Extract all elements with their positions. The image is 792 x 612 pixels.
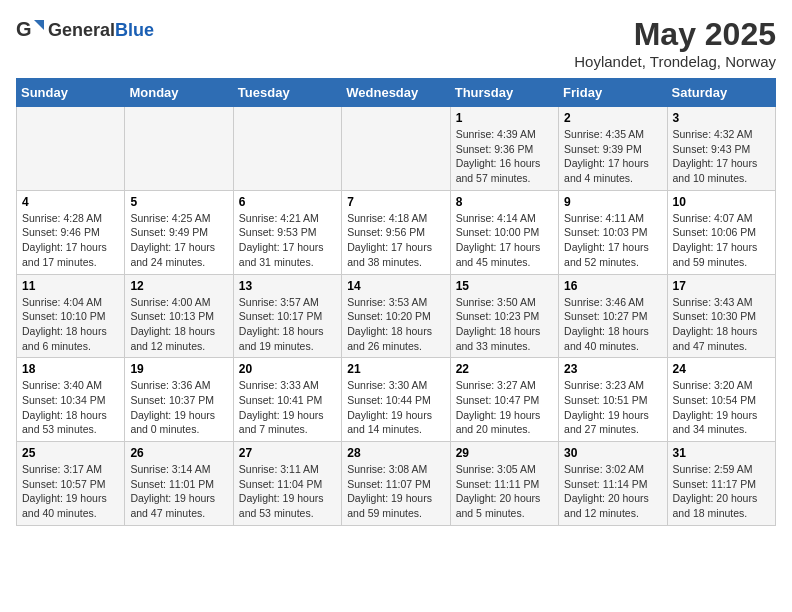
day-number: 20 xyxy=(239,362,336,376)
logo-general: General xyxy=(48,20,115,40)
day-number: 22 xyxy=(456,362,553,376)
weekday-header-row: SundayMondayTuesdayWednesdayThursdayFrid… xyxy=(17,79,776,107)
weekday-header-thursday: Thursday xyxy=(450,79,558,107)
calendar-cell: 27Sunrise: 3:11 AMSunset: 11:04 PMDaylig… xyxy=(233,442,341,526)
calendar-cell: 8Sunrise: 4:14 AMSunset: 10:00 PMDayligh… xyxy=(450,190,558,274)
logo-blue: Blue xyxy=(115,20,154,40)
day-number: 10 xyxy=(673,195,770,209)
day-number: 9 xyxy=(564,195,661,209)
day-number: 3 xyxy=(673,111,770,125)
calendar-cell: 30Sunrise: 3:02 AMSunset: 11:14 PMDaylig… xyxy=(559,442,667,526)
calendar-week-2: 4Sunrise: 4:28 AMSunset: 9:46 PMDaylight… xyxy=(17,190,776,274)
day-info: Sunrise: 3:50 AMSunset: 10:23 PMDaylight… xyxy=(456,295,553,354)
weekday-header-sunday: Sunday xyxy=(17,79,125,107)
day-info: Sunrise: 4:25 AMSunset: 9:49 PMDaylight:… xyxy=(130,211,227,270)
day-number: 19 xyxy=(130,362,227,376)
day-info: Sunrise: 3:20 AMSunset: 10:54 PMDaylight… xyxy=(673,378,770,437)
day-number: 8 xyxy=(456,195,553,209)
calendar-cell: 11Sunrise: 4:04 AMSunset: 10:10 PMDaylig… xyxy=(17,274,125,358)
day-info: Sunrise: 4:07 AMSunset: 10:06 PMDaylight… xyxy=(673,211,770,270)
subtitle: Hoylandet, Trondelag, Norway xyxy=(574,53,776,70)
calendar-cell: 29Sunrise: 3:05 AMSunset: 11:11 PMDaylig… xyxy=(450,442,558,526)
calendar-cell: 19Sunrise: 3:36 AMSunset: 10:37 PMDaylig… xyxy=(125,358,233,442)
calendar-cell: 4Sunrise: 4:28 AMSunset: 9:46 PMDaylight… xyxy=(17,190,125,274)
calendar-week-3: 11Sunrise: 4:04 AMSunset: 10:10 PMDaylig… xyxy=(17,274,776,358)
day-number: 23 xyxy=(564,362,661,376)
day-info: Sunrise: 4:39 AMSunset: 9:36 PMDaylight:… xyxy=(456,127,553,186)
calendar-cell xyxy=(17,107,125,191)
day-number: 1 xyxy=(456,111,553,125)
calendar-cell: 2Sunrise: 4:35 AMSunset: 9:39 PMDaylight… xyxy=(559,107,667,191)
calendar-cell: 17Sunrise: 3:43 AMSunset: 10:30 PMDaylig… xyxy=(667,274,775,358)
day-info: Sunrise: 4:21 AMSunset: 9:53 PMDaylight:… xyxy=(239,211,336,270)
calendar-cell: 28Sunrise: 3:08 AMSunset: 11:07 PMDaylig… xyxy=(342,442,450,526)
calendar-cell xyxy=(233,107,341,191)
calendar-cell: 20Sunrise: 3:33 AMSunset: 10:41 PMDaylig… xyxy=(233,358,341,442)
day-info: Sunrise: 4:35 AMSunset: 9:39 PMDaylight:… xyxy=(564,127,661,186)
day-info: Sunrise: 3:17 AMSunset: 10:57 PMDaylight… xyxy=(22,462,119,521)
day-number: 5 xyxy=(130,195,227,209)
logo-icon: G xyxy=(16,16,44,44)
weekday-header-wednesday: Wednesday xyxy=(342,79,450,107)
day-number: 28 xyxy=(347,446,444,460)
day-info: Sunrise: 3:23 AMSunset: 10:51 PMDaylight… xyxy=(564,378,661,437)
calendar-cell: 22Sunrise: 3:27 AMSunset: 10:47 PMDaylig… xyxy=(450,358,558,442)
calendar-cell xyxy=(125,107,233,191)
day-info: Sunrise: 3:30 AMSunset: 10:44 PMDaylight… xyxy=(347,378,444,437)
day-number: 12 xyxy=(130,279,227,293)
calendar-cell: 5Sunrise: 4:25 AMSunset: 9:49 PMDaylight… xyxy=(125,190,233,274)
day-info: Sunrise: 3:40 AMSunset: 10:34 PMDaylight… xyxy=(22,378,119,437)
day-info: Sunrise: 4:11 AMSunset: 10:03 PMDaylight… xyxy=(564,211,661,270)
main-title: May 2025 xyxy=(574,16,776,53)
day-info: Sunrise: 4:04 AMSunset: 10:10 PMDaylight… xyxy=(22,295,119,354)
calendar-table: SundayMondayTuesdayWednesdayThursdayFrid… xyxy=(16,78,776,526)
calendar-cell xyxy=(342,107,450,191)
day-info: Sunrise: 4:00 AMSunset: 10:13 PMDaylight… xyxy=(130,295,227,354)
day-number: 25 xyxy=(22,446,119,460)
calendar-cell: 6Sunrise: 4:21 AMSunset: 9:53 PMDaylight… xyxy=(233,190,341,274)
calendar-cell: 21Sunrise: 3:30 AMSunset: 10:44 PMDaylig… xyxy=(342,358,450,442)
day-number: 16 xyxy=(564,279,661,293)
svg-text:G: G xyxy=(16,18,32,40)
calendar-cell: 7Sunrise: 4:18 AMSunset: 9:56 PMDaylight… xyxy=(342,190,450,274)
calendar-cell: 9Sunrise: 4:11 AMSunset: 10:03 PMDayligh… xyxy=(559,190,667,274)
day-number: 15 xyxy=(456,279,553,293)
weekday-header-friday: Friday xyxy=(559,79,667,107)
day-number: 31 xyxy=(673,446,770,460)
day-info: Sunrise: 4:14 AMSunset: 10:00 PMDaylight… xyxy=(456,211,553,270)
day-info: Sunrise: 3:05 AMSunset: 11:11 PMDaylight… xyxy=(456,462,553,521)
day-number: 14 xyxy=(347,279,444,293)
calendar-cell: 10Sunrise: 4:07 AMSunset: 10:06 PMDaylig… xyxy=(667,190,775,274)
calendar-cell: 12Sunrise: 4:00 AMSunset: 10:13 PMDaylig… xyxy=(125,274,233,358)
calendar-cell: 1Sunrise: 4:39 AMSunset: 9:36 PMDaylight… xyxy=(450,107,558,191)
day-info: Sunrise: 2:59 AMSunset: 11:17 PMDaylight… xyxy=(673,462,770,521)
day-info: Sunrise: 3:43 AMSunset: 10:30 PMDaylight… xyxy=(673,295,770,354)
calendar-week-5: 25Sunrise: 3:17 AMSunset: 10:57 PMDaylig… xyxy=(17,442,776,526)
logo: G GeneralBlue xyxy=(16,16,154,44)
day-number: 7 xyxy=(347,195,444,209)
day-info: Sunrise: 3:57 AMSunset: 10:17 PMDaylight… xyxy=(239,295,336,354)
day-number: 6 xyxy=(239,195,336,209)
day-info: Sunrise: 3:08 AMSunset: 11:07 PMDaylight… xyxy=(347,462,444,521)
day-number: 29 xyxy=(456,446,553,460)
day-info: Sunrise: 3:02 AMSunset: 11:14 PMDaylight… xyxy=(564,462,661,521)
day-info: Sunrise: 3:33 AMSunset: 10:41 PMDaylight… xyxy=(239,378,336,437)
day-info: Sunrise: 3:36 AMSunset: 10:37 PMDaylight… xyxy=(130,378,227,437)
day-info: Sunrise: 4:32 AMSunset: 9:43 PMDaylight:… xyxy=(673,127,770,186)
day-info: Sunrise: 3:53 AMSunset: 10:20 PMDaylight… xyxy=(347,295,444,354)
svg-marker-1 xyxy=(34,20,44,30)
day-number: 13 xyxy=(239,279,336,293)
day-number: 24 xyxy=(673,362,770,376)
day-info: Sunrise: 3:14 AMSunset: 11:01 PMDaylight… xyxy=(130,462,227,521)
weekday-header-saturday: Saturday xyxy=(667,79,775,107)
calendar-cell: 15Sunrise: 3:50 AMSunset: 10:23 PMDaylig… xyxy=(450,274,558,358)
calendar-cell: 26Sunrise: 3:14 AMSunset: 11:01 PMDaylig… xyxy=(125,442,233,526)
weekday-header-monday: Monday xyxy=(125,79,233,107)
day-number: 17 xyxy=(673,279,770,293)
day-info: Sunrise: 3:27 AMSunset: 10:47 PMDaylight… xyxy=(456,378,553,437)
calendar-cell: 14Sunrise: 3:53 AMSunset: 10:20 PMDaylig… xyxy=(342,274,450,358)
day-number: 4 xyxy=(22,195,119,209)
calendar-cell: 24Sunrise: 3:20 AMSunset: 10:54 PMDaylig… xyxy=(667,358,775,442)
weekday-header-tuesday: Tuesday xyxy=(233,79,341,107)
calendar-week-4: 18Sunrise: 3:40 AMSunset: 10:34 PMDaylig… xyxy=(17,358,776,442)
